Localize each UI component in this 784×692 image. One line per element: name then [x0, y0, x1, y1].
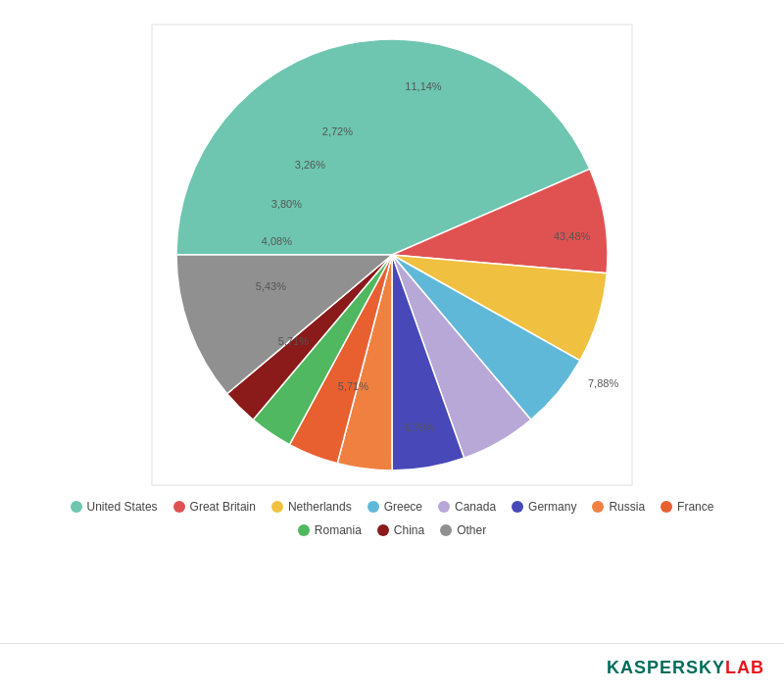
legend-item-russia: Russia	[592, 500, 645, 514]
legend-label: France	[677, 500, 713, 514]
legend-label: Great Britain	[190, 500, 256, 514]
kaspersky-logo: KASPERSKYlab	[607, 658, 764, 678]
legend-dot	[71, 501, 82, 513]
slice-label-8: 3,26%	[295, 159, 325, 171]
legend-label: Romania	[315, 523, 362, 537]
pie-area: 43,48%7,88%6,79%5,71%5,71%5,43%4,08%3,80…	[147, 20, 637, 490]
legend-dot	[271, 501, 283, 513]
legend-dot	[661, 501, 672, 513]
legend-item-romania: Romania	[298, 523, 362, 537]
legend-dot	[440, 524, 452, 536]
slice-label-6: 4,08%	[262, 235, 292, 247]
legend-item-china: China	[377, 523, 424, 537]
legend-item-united-states: United States	[71, 500, 158, 514]
legend-label: Netherlands	[288, 500, 352, 514]
legend: United StatesGreat BritainNetherlandsGre…	[10, 490, 774, 547]
kaspersky-suffix: lab	[725, 658, 764, 677]
slice-label-1: 7,88%	[588, 377, 618, 389]
legend-dot	[438, 501, 450, 513]
chart-container: 43,48%7,88%6,79%5,71%5,71%5,43%4,08%3,80…	[0, 0, 784, 692]
slice-label-9: 2,72%	[322, 125, 353, 137]
legend-label: Russia	[609, 500, 645, 514]
legend-dot	[368, 501, 379, 513]
legend-label: Greece	[384, 500, 422, 514]
legend-item-netherlands: Netherlands	[271, 500, 352, 514]
slice-label-3: 5,71%	[338, 380, 368, 392]
slice-label-2: 6,79%	[404, 421, 434, 433]
legend-label: China	[394, 523, 424, 537]
legend-label: Other	[457, 523, 486, 537]
legend-dot	[512, 501, 523, 513]
legend-item-canada: Canada	[438, 500, 496, 514]
legend-label: Germany	[528, 500, 576, 514]
slice-label-7: 3,80%	[271, 198, 302, 210]
legend-item-greece: Greece	[368, 500, 422, 514]
legend-item-other: Other	[440, 523, 486, 537]
legend-item-great-britain: Great Britain	[173, 500, 256, 514]
slice-label-4: 5,71%	[278, 335, 309, 347]
legend-label: United States	[87, 500, 158, 514]
pie-chart: 43,48%7,88%6,79%5,71%5,71%5,43%4,08%3,80…	[147, 20, 637, 490]
slice-label-10: 11,14%	[405, 80, 442, 92]
legend-dot	[173, 501, 185, 513]
legend-dot	[592, 501, 604, 513]
legend-dot	[298, 524, 310, 536]
slice-label-5: 5,43%	[256, 280, 286, 292]
legend-item-france: France	[661, 500, 713, 514]
legend-dot	[377, 524, 389, 536]
slice-label-0: 43,48%	[554, 230, 591, 242]
legend-item-germany: Germany	[512, 500, 576, 514]
bottom-bar: KASPERSKYlab	[0, 643, 784, 692]
legend-label: Canada	[455, 500, 496, 514]
